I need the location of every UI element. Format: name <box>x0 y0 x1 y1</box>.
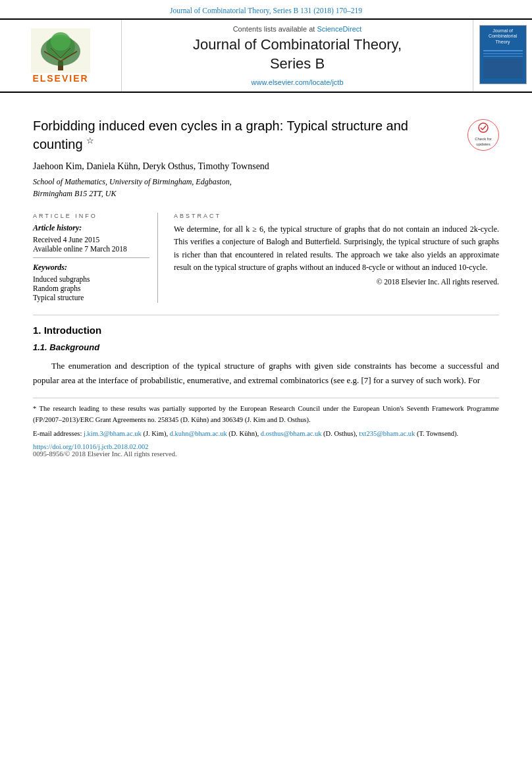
abstract-heading: ABSTRACT <box>174 213 499 219</box>
article-info-heading: ARTICLE INFO <box>33 213 149 219</box>
footnote-area: * The research leading to these results … <box>33 398 499 463</box>
email-2-link[interactable]: d.kuhn@bham.ac.uk <box>170 430 227 437</box>
svg-point-4 <box>51 32 70 51</box>
journal-title-line1: Journal of Combinatorial Theory, <box>193 36 402 53</box>
journal-title-area: Contents lists available at ScienceDirec… <box>122 20 473 92</box>
check-updates-text: Check for updates <box>468 137 498 147</box>
check-updates-icon <box>474 122 492 137</box>
journal-cover-area: Journal of Combinatorial Theory <box>473 20 532 92</box>
svg-point-9 <box>479 123 488 132</box>
history-label: Article history: <box>33 223 149 233</box>
footnote-star-note: * The research leading to these results … <box>33 405 499 423</box>
issn-line: 0095-8956/© 2018 Elsevier Inc. All right… <box>33 450 499 458</box>
email-4-suffix: (T. Townsend). <box>417 430 458 437</box>
doi-link[interactable]: https://doi.org/10.1016/j.jctb.2018.02.0… <box>33 443 148 450</box>
journal-header: ELSEVIER Contents lists available at Sci… <box>0 20 532 93</box>
elsevier-logo-area: ELSEVIER <box>0 20 122 92</box>
abstract-text: We determine, for all k ≥ 6, the typical… <box>174 223 499 274</box>
available-date: Available online 7 March 2018 <box>33 245 149 253</box>
received-date: Received 4 June 2015 <box>33 236 149 244</box>
email-1-link[interactable]: j.kim.3@bham.ac.uk <box>84 430 142 437</box>
keyword-3: Typical structure <box>33 294 149 302</box>
email-3-link[interactable]: d.osthus@bham.ac.uk <box>261 430 322 437</box>
page: Journal of Combinatorial Theory, Series … <box>0 0 532 765</box>
journal-citation-text: Journal of Combinatorial Theory, Series … <box>170 7 362 14</box>
journal-url[interactable]: www.elsevier.com/locate/jctb <box>252 78 344 86</box>
sciencedirect-link[interactable]: ScienceDirect <box>317 25 361 33</box>
doi-line[interactable]: https://doi.org/10.1016/j.jctb.2018.02.0… <box>33 443 499 450</box>
affiliation: School of Mathematics, University of Bir… <box>33 176 499 199</box>
footnote-emails: E-mail addresses: j.kim.3@bham.ac.uk (J.… <box>33 429 499 440</box>
keyword-2: Random graphs <box>33 284 149 292</box>
background-title: 1.1. Background <box>33 342 499 352</box>
sciencedirect-line: Contents lists available at ScienceDirec… <box>233 25 362 33</box>
email-1-suffix: (J. Kim), <box>143 430 168 437</box>
affiliation-line1: School of Mathematics, University of Bir… <box>33 176 499 188</box>
abstract-column: ABSTRACT We determine, for all k ≥ 6, th… <box>174 213 499 303</box>
elsevier-label: ELSEVIER <box>32 73 88 84</box>
keywords-label: Keywords: <box>33 263 149 273</box>
article-info-abstract: ARTICLE INFO Article history: Received 4… <box>33 210 499 303</box>
main-content: Forbidding induced even cycles in a grap… <box>0 93 532 463</box>
info-divider <box>33 257 149 258</box>
intro-paragraph: The enumeration and description of the t… <box>33 359 499 387</box>
cover-title-text: Journal of Combinatorial Theory <box>483 28 523 45</box>
email-3-suffix: (D. Osthus), <box>323 430 358 437</box>
affiliation-line2: Birmingham B15 2TT, UK <box>33 188 499 199</box>
journal-title-line2: Series B <box>270 55 325 72</box>
keyword-1: Induced subgraphs <box>33 275 149 283</box>
footnote-star-text: * The research leading to these results … <box>33 404 499 426</box>
article-star: ☆ <box>86 136 94 146</box>
article-info-column: ARTICLE INFO Article history: Received 4… <box>33 213 158 303</box>
contents-text: Contents lists available at <box>233 25 315 33</box>
intro-title: 1. Introduction <box>33 325 499 336</box>
elsevier-tree-icon <box>31 28 90 73</box>
journal-cover-thumb: Journal of Combinatorial Theory <box>479 25 527 84</box>
journal-title-main: Journal of Combinatorial Theory, Series … <box>193 36 402 73</box>
introduction-section: 1. Introduction 1.1. Background The enum… <box>33 325 499 387</box>
copyright-line: © 2018 Elsevier Inc. All rights reserved… <box>174 278 499 286</box>
main-separator <box>33 315 499 315</box>
email-label: E-mail addresses: <box>33 430 82 437</box>
article-title-text: Forbidding induced even cycles in a grap… <box>33 119 408 151</box>
check-updates-badge: Check for updates <box>467 119 499 151</box>
authors: Jaehoon Kim, Daniela Kühn, Deryk Osthus,… <box>33 161 499 172</box>
journal-citation-bar: Journal of Combinatorial Theory, Series … <box>0 0 532 20</box>
email-4-link[interactable]: txt235@bham.ac.uk <box>359 430 415 437</box>
email-2-suffix: (D. Kühn), <box>228 430 259 437</box>
article-title: Forbidding induced even cycles in a grap… <box>33 117 460 153</box>
